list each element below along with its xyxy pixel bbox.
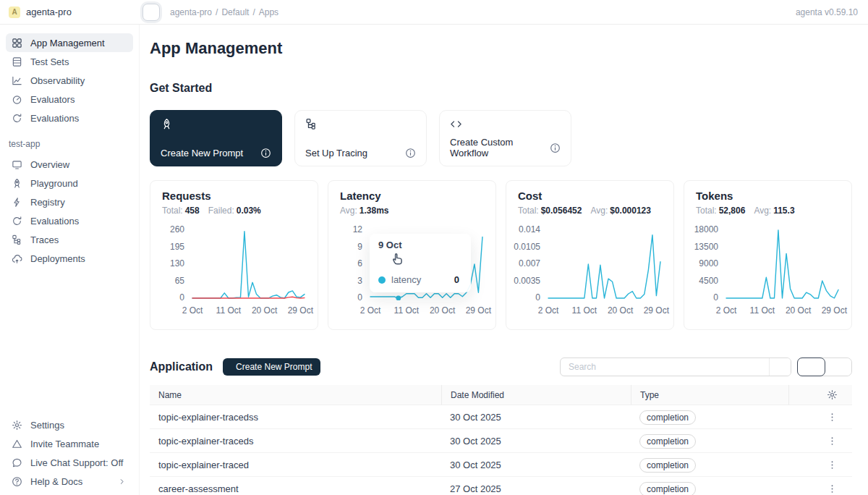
search-button[interactable] [769, 358, 791, 376]
sidebar-item-overview[interactable]: Overview [6, 155, 133, 174]
row-menu-button[interactable] [827, 436, 838, 447]
chart-stats: Avg:1.38ms [340, 206, 484, 216]
breadcrumb-item-agenta-pro[interactable]: agenta-pro [170, 7, 212, 17]
chart-card-requests: RequestsTotal:458Failed:0.03%26019513065… [150, 180, 318, 330]
y-tick-label: 0.014 [519, 225, 540, 234]
sidebar-item-traces[interactable]: Traces [6, 230, 133, 249]
y-tick-label: 13500 [694, 242, 718, 251]
code-icon [450, 118, 462, 130]
chart-stat: Avg:115.3 [754, 206, 794, 216]
sidebar-item-label: Deployments [30, 253, 127, 264]
y-tick-label: 12 [353, 225, 362, 234]
refresh-icon [12, 216, 22, 227]
row-actions-cell [788, 436, 852, 447]
y-tick-label: 195 [170, 242, 184, 251]
chart-body: 2601951306502 Oct11 Oct20 Oct29 Oct [162, 225, 306, 316]
column-header-date-modified: Date Modified [441, 385, 631, 405]
table-header-row: NameDate ModifiedType [150, 385, 852, 405]
breadcrumb-item-default[interactable]: Default [221, 7, 249, 17]
get-started-card-create-new-prompt[interactable]: Create New Prompt [150, 110, 282, 166]
application-heading: Application [150, 360, 213, 373]
sidebar-item-help-docs[interactable]: Help & Docs [6, 472, 133, 491]
row-actions-cell [788, 412, 852, 423]
chart-plot [725, 225, 840, 300]
view-toggle [797, 358, 852, 376]
row-menu-button[interactable] [827, 483, 838, 494]
get-started-cards: Create New PromptSet Up TracingCreate Cu… [150, 110, 852, 166]
sidebar-item-label: Help & Docs [30, 476, 109, 487]
y-tick-label: 9 [357, 242, 362, 251]
chart-stat-label: Total: [696, 206, 717, 216]
x-tick-label: 11 Oct [216, 305, 241, 316]
card-view-button[interactable] [825, 358, 851, 376]
create-new-prompt-button[interactable]: Create New Prompt [223, 358, 320, 376]
column-settings-button[interactable] [827, 389, 838, 400]
sidebar-footer-nav: SettingsInvite TeammateLive Chat Support… [6, 415, 133, 494]
refresh-icon [12, 113, 22, 124]
x-tick-label: 2 Oct [182, 305, 203, 316]
sidebar-item-label: Evaluations [30, 113, 127, 124]
chart-line-svg [547, 225, 662, 300]
get-started-card-create-custom-workflow[interactable]: Create Custom Workflow [439, 110, 571, 166]
sidebar-item-evaluations[interactable]: Evaluations [6, 109, 133, 127]
workspace-selector[interactable]: A agenta-pro [0, 7, 140, 18]
tooltip-date: 9 Oct [378, 240, 462, 250]
x-tick-label: 11 Oct [572, 305, 597, 316]
breadcrumb: agenta-pro/Default/Apps [170, 7, 278, 17]
sidebar-item-app-management[interactable]: App Management [6, 33, 133, 52]
metric-charts: RequestsTotal:458Failed:0.03%26019513065… [150, 180, 852, 330]
sidebar-item-observability[interactable]: Observability [6, 71, 133, 90]
card-icon-area [450, 118, 561, 133]
sidebar-item-evaluators[interactable]: Evaluators [6, 90, 133, 109]
chart-title: Cost [518, 190, 662, 202]
type-badge: completion [639, 410, 696, 425]
chart-stat: Avg:1.38ms [340, 206, 389, 216]
chart-body: 0.0140.01050.0070.003502 Oct11 Oct20 Oct… [518, 225, 662, 316]
y-tick-label: 260 [170, 225, 184, 234]
sidebar-item-playground[interactable]: Playground [6, 174, 133, 192]
table-row-topic-explainer-traced[interactable]: topic-explainer-traced30 Oct 2025complet… [150, 453, 852, 477]
sidebar-item-deployments[interactable]: Deployments [6, 249, 133, 268]
type-cell: completion [631, 483, 788, 494]
y-tick-label: 0 [179, 293, 184, 302]
sidebar-item-settings[interactable]: Settings [6, 415, 133, 434]
card-label-row: Create New Prompt [161, 148, 271, 158]
column-header-type: Type [631, 385, 788, 405]
sidebar-item-evaluations[interactable]: Evaluations [6, 211, 133, 230]
sidebar-toggle-button[interactable] [142, 4, 160, 21]
search-input[interactable] [561, 358, 769, 376]
chart-card-tokens: TokensTotal:52,806Avg:115.31800013500900… [684, 180, 852, 330]
info-icon [260, 148, 271, 158]
chart-stat-value: 115.3 [773, 206, 794, 216]
sidebar-item-label: Overview [30, 159, 127, 170]
app-name-cell: career-assessment [150, 483, 441, 494]
y-tick-label: 65 [175, 276, 184, 285]
tooltip-series-row: latency0 [378, 274, 462, 285]
chart-y-axis: 1800013500900045000 [696, 225, 725, 302]
chart-stats: Total:458Failed:0.03% [162, 206, 306, 216]
column-header-name: Name [150, 390, 441, 400]
row-menu-button[interactable] [827, 460, 838, 470]
chart-plot [547, 225, 662, 300]
sidebar-item-registry[interactable]: Registry [6, 192, 133, 211]
table-view-button[interactable] [797, 358, 825, 376]
type-cell: completion [631, 412, 788, 423]
application-header: Application Create New Prompt [150, 358, 852, 376]
table-row-topic-explainer-traceds[interactable]: topic-explainer-traceds30 Oct 2025comple… [150, 429, 852, 453]
get-started-card-set-up-tracing[interactable]: Set Up Tracing [294, 110, 427, 166]
breadcrumb-item-apps[interactable]: Apps [259, 7, 278, 17]
table-row-career-assessment[interactable]: career-assessment27 Oct 2025completion [150, 477, 852, 495]
sidebar-item-invite-teammate[interactable]: Invite Teammate [6, 434, 133, 453]
chart-card-cost: CostTotal:$0.056452Avg:$0.0001230.0140.0… [506, 180, 674, 330]
chevron-right-icon [116, 477, 127, 486]
x-tick-label: 20 Oct [786, 305, 811, 316]
table-row-topic-explainer-tracedss[interactable]: topic-explainer-tracedss30 Oct 2025compl… [150, 405, 852, 429]
sidebar-item-live-chat-support-off[interactable]: Live Chat Support: Off [6, 453, 133, 472]
chart-stat-label: Total: [518, 206, 539, 216]
sidebar-main-nav: App ManagementTest SetsObservabilityEval… [6, 33, 133, 127]
row-menu-button[interactable] [827, 412, 838, 423]
type-badge: completion [639, 482, 696, 495]
chart-stat-value: 52,806 [719, 206, 746, 216]
sidebar-item-test-sets[interactable]: Test Sets [6, 52, 133, 71]
x-tick-label: 29 Oct [466, 305, 491, 316]
